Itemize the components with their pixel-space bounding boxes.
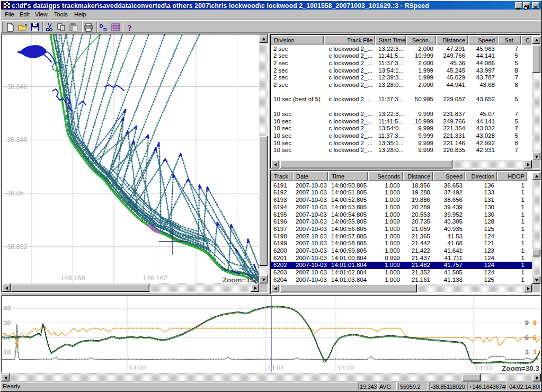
svg-text:14:01: 14:01	[267, 364, 285, 372]
svg-text:D: D	[103, 27, 107, 32]
svg-text:-38.846: -38.846	[5, 83, 27, 91]
svg-text:Zoom=157: Zoom=157	[223, 276, 258, 283]
svg-text:?: ?	[128, 24, 132, 32]
svg-text:14:03: 14:03	[475, 364, 492, 372]
svg-text:20: 20	[3, 333, 11, 341]
svg-text:3: 3	[525, 348, 529, 356]
svg-text:146.158: 146.158	[60, 274, 85, 282]
svg-text:-38.852: -38.852	[5, 243, 27, 251]
svg-text:D: D	[100, 23, 103, 29]
svg-text:-38.848: -38.848	[5, 136, 27, 144]
svg-text:14:02: 14:02	[337, 364, 355, 372]
svg-text:Zoom=30.3: Zoom=30.3	[502, 364, 539, 372]
svg-text:14:00: 14:00	[129, 364, 146, 372]
svg-text:40: 40	[3, 304, 11, 312]
svg-text:3: 3	[533, 348, 537, 356]
svg-text:6: 6	[533, 334, 537, 342]
svg-text:-38.85: -38.85	[5, 190, 23, 197]
svg-text:9: 9	[525, 319, 529, 327]
svg-text:30: 30	[3, 319, 11, 327]
svg-text:146.162: 146.162	[143, 274, 167, 282]
svg-text:10: 10	[3, 348, 11, 356]
svg-text:6: 6	[525, 334, 529, 342]
svg-text:9: 9	[533, 319, 537, 327]
